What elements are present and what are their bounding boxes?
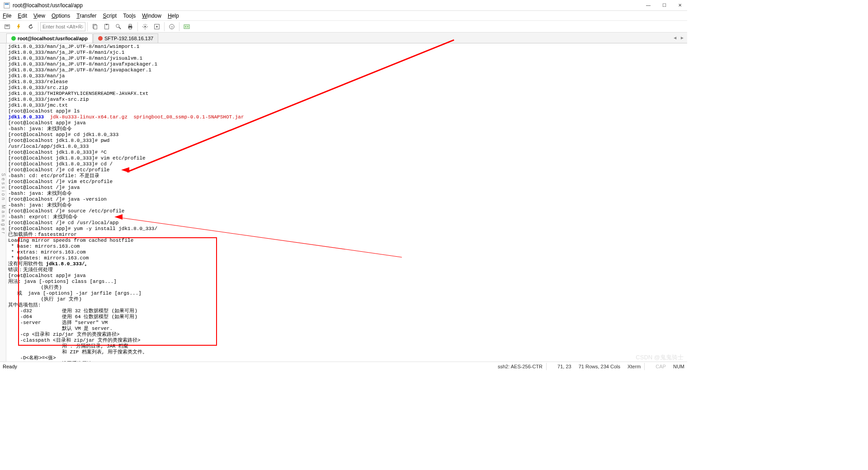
terminal-line: [root@localhost app]# java — [8, 273, 687, 279]
terminal-line: (执行类) — [8, 285, 687, 291]
svg-rect-18 — [184, 24, 189, 28]
titlebar: root@localhost:/usr/local/app — ☐ ✕ — [0, 0, 687, 11]
terminal-line: (执行 jar 文件) — [8, 296, 687, 302]
statusbar: Ready ssh2: AES-256-CTR 71, 23 71 Rows, … — [0, 362, 687, 371]
menu-tools[interactable]: Tools — [123, 13, 136, 19]
tabbar: root@localhost:/usr/local/app SFTP-192.1… — [0, 33, 687, 43]
terminal-line: * updates: mirrors.163.com — [8, 255, 687, 261]
terminal-line: [root@localhost app]# ls — [8, 108, 687, 114]
terminal-line: jdk1.8.0_333/THIRDPARTYLICENSEREADME-JAV… — [8, 91, 687, 97]
terminal-line: * extras: mirrors.163.com — [8, 249, 687, 255]
menubar: File Edit View Options Transfer Script T… — [0, 11, 687, 21]
status-connection: ssh2: AES-256-CTR — [498, 364, 542, 369]
terminal-line: [root@localhost /]# source /etc/profile — [8, 208, 687, 214]
terminal-line: jdk1.8.0_333/man/ja_JP.UTF-8/man1/javapa… — [8, 67, 687, 73]
sftp-icon[interactable] — [181, 22, 192, 32]
tab-label: root@localhost:/usr/local/app — [18, 36, 88, 41]
paste-icon[interactable] — [101, 22, 112, 32]
terminal-line: [root@localhost /]# java -version — [8, 197, 687, 202]
menu-window[interactable]: Window — [142, 13, 161, 19]
terminal-line: jdk1.8.0_333/man/ja — [8, 73, 687, 79]
terminal-line: * base: mirrors.163.com — [8, 244, 687, 249]
session-manager-panel[interactable]: Session Manager — [0, 43, 6, 362]
terminal-line: -bash: java: 未找到命令 — [8, 202, 687, 208]
status-dot-connected-icon — [11, 36, 16, 41]
terminal-line: -bash: java: 未找到命令 — [8, 126, 687, 132]
host-input[interactable] — [40, 22, 85, 31]
minimize-button[interactable]: — — [644, 2, 652, 9]
toolbar: ? — [0, 21, 687, 33]
settings-icon[interactable] — [140, 22, 151, 32]
menu-options[interactable]: Options — [52, 13, 70, 19]
terminal-line: [root@localhost jdk1.8.0_333]# ^C — [8, 150, 687, 155]
terminal-line: [root@localhost app]# yum -y install jdk… — [8, 226, 687, 232]
status-cap: CAP — [656, 364, 666, 369]
terminal-line: jdk1.8.0_333/javafx-src.zip — [8, 97, 687, 103]
terminal-line: 没有可用软件包 jdk1.8.0_333/。 — [8, 261, 687, 267]
terminal-line: 默认 VM 是 server. — [8, 326, 687, 332]
print-icon[interactable] — [125, 22, 136, 32]
terminal-line: [root@localhost app]# cd jdk1.8.0_333 — [8, 132, 687, 138]
terminal-output[interactable]: jdk1.8.0_333/man/ja_JP.UTF-8/man1/wsimpo… — [6, 43, 687, 362]
svg-rect-7 — [106, 24, 108, 25]
help-icon[interactable]: ? — [166, 22, 177, 32]
tab-active[interactable]: root@localhost:/usr/local/app — [6, 33, 93, 43]
tab-next-icon[interactable]: ► — [680, 35, 684, 40]
terminal-line: [root@localhost /]# vim etc/profile — [8, 179, 687, 185]
terminal-line: 其中选项包括: — [8, 302, 687, 308]
app-icon — [4, 2, 10, 9]
terminal-line: -d64 使用 64 位数据模型 (如果可用) — [8, 314, 687, 320]
terminal-line: jdk1.8.0_333/man/ja_JP.UTF-8/man1/javafx… — [8, 61, 687, 67]
terminal-line: -bash: exprot: 未找到命令 — [8, 214, 687, 220]
menu-view[interactable]: View — [33, 13, 45, 19]
copy-icon[interactable] — [90, 22, 100, 32]
terminal-line: [root@localhost /]# cd etc/profile — [8, 167, 687, 173]
terminal-line: 用法: java [-options] class [args...] — [8, 279, 687, 285]
terminal-line: jdk1.8.0_333/man/ja_JP.UTF-8/man1/wsimpo… — [8, 44, 687, 50]
terminal-line: Loading mirror speeds from cached hostfi… — [8, 238, 687, 244]
connect-icon[interactable] — [2, 22, 13, 32]
terminal-line: jdk1.8.0_333/jmc.txt — [8, 103, 687, 108]
find-icon[interactable] — [113, 22, 124, 32]
menu-edit[interactable]: Edit — [18, 13, 27, 19]
close-button[interactable]: ✕ — [676, 2, 684, 9]
terminal-line: -classpath <目录和 zip/jar 文件的类搜索路径> — [8, 338, 687, 343]
tab-label: SFTP-192.168.16.137 — [104, 36, 153, 41]
window-title: root@localhost:/usr/local/app — [13, 2, 644, 9]
svg-rect-11 — [129, 24, 131, 26]
watermark: CSDN @鬼鬼骑士 — [636, 353, 684, 362]
menu-script[interactable]: Script — [103, 13, 117, 19]
terminal-line: [root@localhost /]# cd /usr/local/app — [8, 220, 687, 226]
terminal-line: -D<名称>=<值> — [8, 355, 687, 361]
menu-file[interactable]: File — [3, 13, 11, 19]
svg-line-9 — [119, 27, 121, 28]
status-ready: Ready — [3, 364, 17, 369]
terminal-line: jdk1.8.0_333/src.zip — [8, 85, 687, 91]
terminal-line: -bash: java: 未找到命令 — [8, 191, 687, 197]
svg-rect-1 — [5, 3, 9, 5]
svg-text:?: ? — [171, 25, 173, 29]
svg-rect-12 — [129, 27, 131, 29]
terminal-line: jdk1.8.0_333/man/ja_JP.UTF-8/man1/xjc.1 — [8, 50, 687, 56]
menu-help[interactable]: Help — [168, 13, 179, 19]
menu-transfer[interactable]: Transfer — [76, 13, 96, 19]
reconnect-icon[interactable] — [25, 22, 36, 32]
terminal-line: -cp <目录和 zip/jar 文件的类搜索路径> — [8, 332, 687, 338]
terminal-line: -bash: cd: etc/profile: 不是目录 — [8, 173, 687, 179]
terminal-line: [root@localhost jdk1.8.0_333]# pwd — [8, 138, 687, 144]
terminal-line: -server 选择 "server" VM — [8, 320, 687, 326]
tab-sftp[interactable]: SFTP-192.168.16.137 — [93, 33, 158, 43]
terminal-line: 和 ZIP 档案列表, 用于搜索类文件。 — [8, 349, 687, 355]
status-cursor-pos: 71, 23 — [557, 364, 571, 369]
session-options-icon[interactable] — [151, 22, 162, 32]
maximize-button[interactable]: ☐ — [660, 2, 668, 9]
terminal-line: -d32 使用 32 位数据模型 (如果可用) — [8, 308, 687, 314]
terminal-line: jdk1.8.0_333/man/ja_JP.UTF-8/man1/jvisua… — [8, 56, 687, 61]
terminal-line: [root@localhost jdk1.8.0_333]# cd / — [8, 161, 687, 167]
quick-connect-icon[interactable] — [14, 22, 24, 32]
svg-rect-2 — [5, 24, 10, 28]
svg-point-15 — [156, 26, 158, 28]
terminal-line: 或 java [-options] -jar jarfile [args...] — [8, 291, 687, 296]
tab-prev-icon[interactable]: ◄ — [673, 35, 677, 40]
terminal-line: jdk1.8.0_333/release — [8, 79, 687, 85]
